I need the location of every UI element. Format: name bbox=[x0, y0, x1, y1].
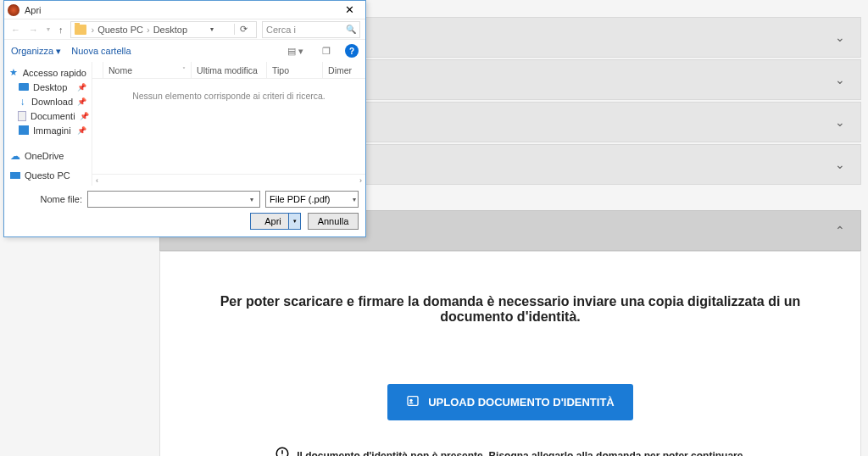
column-name[interactable]: Nome ˅ bbox=[103, 62, 192, 78]
open-dropdown-icon[interactable]: ▾ bbox=[288, 214, 300, 229]
nav-back-icon[interactable]: ← bbox=[9, 25, 22, 35]
filename-dropdown-icon[interactable]: ▾ bbox=[246, 193, 258, 205]
app-icon bbox=[8, 4, 19, 16]
identity-instruction-text: Per poter scaricare e firmare la domanda… bbox=[186, 294, 835, 325]
folder-icon bbox=[75, 25, 86, 35]
preview-pane-icon[interactable]: ❐ bbox=[318, 45, 335, 58]
chevron-down-icon: ⌄ bbox=[835, 115, 845, 129]
filename-input[interactable]: ▾ bbox=[87, 191, 260, 208]
document-icon bbox=[18, 110, 26, 121]
pin-icon: 📌 bbox=[77, 97, 86, 106]
person-icon bbox=[406, 394, 420, 410]
pc-icon bbox=[9, 170, 20, 181]
download-icon: ↓ bbox=[18, 96, 27, 107]
pin-icon: 📌 bbox=[77, 83, 86, 92]
dialog-titlebar[interactable]: Apri ✕ bbox=[4, 1, 365, 19]
nav-forward-icon[interactable]: → bbox=[27, 25, 40, 35]
breadcrumb-child[interactable]: Desktop bbox=[152, 25, 189, 35]
chevron-up-icon: ⌃ bbox=[835, 224, 845, 237]
document-identity-panel: Per poter scaricare e firmare la domanda… bbox=[159, 251, 861, 456]
sidebar-item-onedrive[interactable]: ☁ OneDrive bbox=[4, 148, 92, 163]
help-icon[interactable]: ? bbox=[345, 44, 359, 58]
horizontal-scrollbar[interactable]: ‹ › bbox=[92, 174, 365, 186]
column-type[interactable]: Tipo bbox=[267, 62, 323, 78]
empty-list-message: Nessun elemento corrisponde ai criteri d… bbox=[132, 91, 326, 101]
search-icon: 🔍 bbox=[346, 25, 356, 34]
filter-dropdown-icon: ▾ bbox=[353, 196, 356, 203]
new-folder-button[interactable]: Nuova cartella bbox=[71, 46, 131, 56]
file-open-dialog: Apri ✕ ← → ▾ ↑ › Questo PC › Desktop ▾ ⟳… bbox=[3, 0, 366, 237]
column-modified[interactable]: Ultima modifica bbox=[192, 62, 267, 78]
open-button[interactable]: Apri ▾ bbox=[250, 213, 301, 230]
organize-button[interactable]: Organizza ▾ bbox=[11, 46, 61, 57]
svg-rect-0 bbox=[408, 397, 418, 406]
scroll-left-icon[interactable]: ‹ bbox=[92, 176, 102, 185]
dialog-title: Apri bbox=[25, 5, 337, 15]
breadcrumb-dropdown-icon[interactable]: ▾ bbox=[207, 25, 217, 33]
filter-value: File PDF (.pdf) bbox=[270, 194, 331, 204]
file-list: Nessun elemento corrisponde ai criteri d… bbox=[92, 79, 365, 174]
breadcrumb-root[interactable]: Questo PC bbox=[96, 25, 145, 35]
chevron-down-icon: ⌄ bbox=[835, 158, 845, 171]
sidebar-item-images[interactable]: Immagini 📌 bbox=[4, 123, 92, 137]
sidebar: ★ Accesso rapido Desktop 📌 ↓ Download 📌 … bbox=[4, 62, 92, 186]
file-type-filter[interactable]: File PDF (.pdf) ▾ bbox=[265, 191, 359, 208]
warning-text: Il documento d'identità non è presente. … bbox=[297, 450, 746, 457]
chevron-down-icon: ⌄ bbox=[835, 73, 845, 86]
search-input[interactable]: Cerca i 🔍 bbox=[262, 21, 360, 38]
chevron-down-icon: ⌄ bbox=[835, 31, 845, 44]
sidebar-item-quick-access[interactable]: ★ Accesso rapido bbox=[4, 65, 92, 80]
star-icon: ★ bbox=[9, 67, 19, 78]
cloud-icon: ☁ bbox=[9, 150, 20, 161]
pin-icon: 📌 bbox=[80, 112, 89, 120]
desktop-icon bbox=[18, 81, 29, 92]
sidebar-item-desktop[interactable]: Desktop 📌 bbox=[4, 80, 92, 94]
svg-point-1 bbox=[410, 399, 413, 402]
breadcrumb[interactable]: › Questo PC › Desktop ▾ ⟳ bbox=[70, 21, 258, 38]
upload-document-button[interactable]: UPLOAD DOCUMENTO D'IDENTITÀ bbox=[387, 384, 633, 420]
pin-icon: 📌 bbox=[77, 126, 86, 135]
nav-up-icon[interactable]: ↑ bbox=[57, 25, 65, 35]
filename-label: Nome file: bbox=[11, 194, 82, 204]
images-icon bbox=[18, 125, 29, 136]
search-placeholder: Cerca i bbox=[266, 25, 296, 35]
warning-icon bbox=[275, 446, 290, 456]
view-mode-icon[interactable]: ▤ ▾ bbox=[283, 45, 308, 58]
upload-button-label: UPLOAD DOCUMENTO D'IDENTITÀ bbox=[428, 396, 615, 409]
scroll-right-icon[interactable]: › bbox=[356, 176, 365, 185]
sidebar-item-download[interactable]: ↓ Download 📌 bbox=[4, 94, 92, 108]
list-header: Nome ˅ Ultima modifica Tipo Dimer bbox=[92, 62, 365, 79]
close-icon[interactable]: ✕ bbox=[337, 3, 362, 16]
refresh-icon[interactable]: ⟳ bbox=[234, 24, 253, 35]
sidebar-item-this-pc[interactable]: Questo PC bbox=[4, 168, 92, 182]
sidebar-item-documents[interactable]: Documenti 📌 bbox=[4, 108, 92, 123]
nav-recent-icon[interactable]: ▾ bbox=[45, 25, 52, 33]
cancel-button[interactable]: Annulla bbox=[308, 213, 359, 230]
column-size[interactable]: Dimer bbox=[323, 62, 365, 78]
